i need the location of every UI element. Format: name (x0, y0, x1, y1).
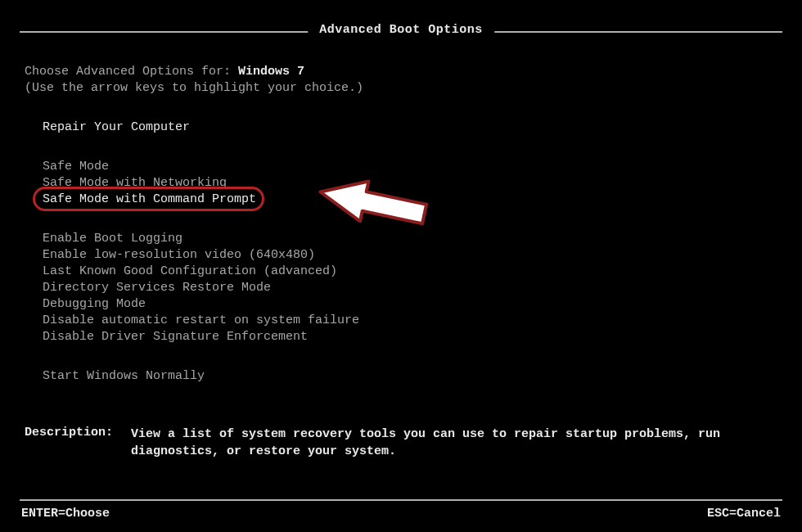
menu-item-low-res-video[interactable]: Enable low-resolution video (640x480) (25, 247, 777, 264)
menu-item-safe-mode-cmd[interactable]: Safe Mode with Command Prompt (25, 192, 777, 208)
menu-item-safe-mode-networking[interactable]: Safe Mode with Networking (25, 175, 777, 192)
boot-options-screen: Advanced Boot Options Choose Advanced Op… (0, 0, 802, 532)
menu-item-debugging[interactable]: Debugging Mode (25, 296, 777, 313)
description-label: Description: (25, 426, 131, 460)
prompt-line: Choose Advanced Options for: Windows 7 (25, 64, 777, 80)
group-normal-start: Start Windows Normally (25, 368, 777, 385)
os-name: Windows 7 (238, 65, 304, 79)
hint-line: (Use the arrow keys to highlight your ch… (25, 80, 777, 97)
menu-item-ds-restore[interactable]: Directory Services Restore Mode (25, 280, 777, 296)
menu-item-last-known-good[interactable]: Last Known Good Configuration (advanced) (25, 264, 777, 280)
menu-item-disable-auto-restart[interactable]: Disable automatic restart on system fail… (25, 313, 777, 329)
menu-item-disable-driver-sig[interactable]: Disable Driver Signature Enforcement (25, 329, 777, 345)
group-advanced: Enable Boot Logging Enable low-resolutio… (25, 231, 777, 345)
menu-item-safe-mode[interactable]: Safe Mode (25, 159, 777, 175)
group-safe-modes: Safe Mode Safe Mode with Networking Safe… (25, 159, 777, 208)
description-text: View a list of system recovery tools you… (131, 426, 777, 460)
body-area: Choose Advanced Options for: Windows 7 (… (25, 64, 777, 385)
footer-esc-hint: ESC=Cancel (707, 507, 781, 521)
footer-enter-hint: ENTER=Choose (21, 507, 110, 521)
description-block: Description: View a list of system recov… (25, 426, 777, 460)
prompt-prefix: Choose Advanced Options for: (25, 65, 238, 79)
menu-item-repair[interactable]: Repair Your Computer (25, 119, 777, 136)
footer-rule (20, 499, 782, 501)
menu-item-label: Safe Mode with Command Prompt (43, 192, 256, 206)
menu-item-start-normally[interactable]: Start Windows Normally (25, 368, 777, 385)
screen-title: Advanced Boot Options (308, 23, 494, 37)
menu-item-boot-logging[interactable]: Enable Boot Logging (25, 231, 777, 247)
group-repair: Repair Your Computer (25, 119, 777, 136)
